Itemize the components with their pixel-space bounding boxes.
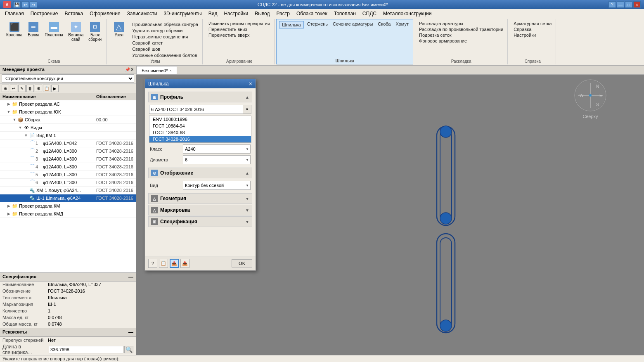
pm-tool-1[interactable]: ⊕	[2, 85, 9, 92]
toolbar-item-izmenit-rezhim[interactable]: Изменить режим перекрытия	[207, 21, 272, 26]
toolbar-item-fon-arm[interactable]: Фоновое армирование	[417, 38, 505, 44]
quick-save-btn[interactable]: 💾	[13, 1, 21, 8]
spec-collapse-btn[interactable]: —	[128, 274, 133, 280]
pm-pin-btn[interactable]: 📌	[125, 67, 130, 72]
pm-tool-7[interactable]: ▶	[51, 85, 59, 92]
tree-content[interactable]: ▶ 📁 Проект раздела АС ▼ 📁 Проект раздела…	[0, 100, 136, 272]
toolbar-item-raskladka-traj[interactable]: Раскладка по произвольной траектории	[417, 26, 505, 32]
drawing-canvas[interactable]: N E S W Сверху	[136, 75, 644, 355]
project-filter-select[interactable]: Строительные конструкции	[2, 74, 134, 83]
toolbar-item-proizv-obrezka[interactable]: Произвольная обрезка контура	[130, 21, 200, 27]
tree-row-5[interactable]: ⌒ 5 φ12A400, L=300 ГОСТ 34028-2016	[0, 171, 136, 179]
menu-zavisimosti[interactable]: Зависимости	[124, 10, 161, 17]
tab-close-bez-imeni[interactable]: ×	[170, 69, 172, 73]
toolbar-item-usl-oboz[interactable]: Условные обозначения болтов	[130, 52, 200, 58]
toolbar-item-nastrojki[interactable]: Настройки	[512, 32, 553, 38]
expand-yuk[interactable]: ▼	[6, 109, 12, 115]
quick-redo-btn[interactable]: ↪	[30, 1, 37, 8]
toolbar-btn-vstavka[interactable]: ✦ Вставка свай	[66, 21, 85, 43]
toolbar-item-svar-katet[interactable]: Сварной катет	[130, 40, 200, 46]
rek-input-dlina[interactable]	[49, 346, 123, 353]
expand-vid-km1[interactable]: ▼	[23, 132, 29, 138]
tab-bez-imeni[interactable]: Без имени0* ×	[136, 66, 177, 74]
menu-rastr[interactable]: Растр	[273, 10, 293, 17]
toolbar-item-spravka[interactable]: Справка	[512, 26, 553, 32]
tree-row-vid-km1[interactable]: ▼ 📄 Вид КМ 1	[0, 132, 136, 140]
dialog-header[interactable]: Шпилька ×	[145, 79, 256, 88]
toolbar-item-arm-setka[interactable]: Арматурная сетка	[512, 21, 553, 26]
menu-vstavka[interactable]: Вставка	[62, 10, 87, 17]
section-header-marking[interactable]: △ Маркировка ▼	[148, 205, 252, 215]
tree-row-1[interactable]: ⌒ 1 φ15A400, L=842 ГОСТ 34028-2016	[0, 140, 136, 147]
menu-oformlenie[interactable]: Оформление	[86, 10, 123, 17]
toolbar-item-khomut[interactable]: Хомут	[394, 21, 410, 28]
profile-dropdown-arrow[interactable]: ▼	[243, 105, 251, 114]
expand-as[interactable]: ▶	[6, 101, 12, 107]
tree-row-sh1[interactable]: 🔩 Ш-1 Шпилька, φ6A24 ГОСТ 34028-2016	[0, 194, 136, 202]
pm-tool-4[interactable]: 🗑	[26, 85, 34, 92]
minimize-btn[interactable]: —	[617, 1, 624, 8]
maximize-btn[interactable]: □	[625, 1, 632, 8]
rek-search-btn[interactable]: 🔍	[124, 346, 133, 353]
toolbar-item-sterzhen[interactable]: Стержень	[305, 21, 329, 28]
field-select-diametr[interactable]: 6 8 10 12	[183, 155, 251, 164]
toolbar-item-nerazyem[interactable]: Неразъемные соединения	[130, 34, 200, 40]
menu-oblaka[interactable]: Облака точек	[293, 10, 331, 17]
tree-row-yuk[interactable]: ▼ 📁 Проект раздела ЮК	[0, 108, 136, 116]
toolbar-btn-uzel[interactable]: △ Узел	[111, 21, 127, 38]
dropdown-item-gost-13840[interactable]: ГОСТ 13840-68	[149, 129, 251, 136]
toolbar-btn-balka[interactable]: ━ Балка	[25, 21, 42, 38]
menu-postroenie[interactable]: Построение	[27, 10, 62, 17]
tree-row-2[interactable]: ⌒ 2 φ12A400, L=300 ГОСТ 34028-2016	[0, 147, 136, 155]
menu-vid[interactable]: Вид	[205, 10, 221, 17]
tree-row-4[interactable]: ⌒ 4 φ12A400, L=300 ГОСТ 34028-2016	[0, 163, 136, 171]
expand-sborka[interactable]: ▼	[12, 117, 17, 123]
tree-row-sborka[interactable]: ▼ 📦 Сборка 00.00	[0, 116, 136, 124]
menu-nastrojki[interactable]: Настройки	[220, 10, 251, 17]
expand-km[interactable]: ▶	[6, 203, 12, 209]
section-header-geometry[interactable]: △ Геометрия ▼	[148, 193, 252, 204]
tree-row-vidy[interactable]: ▼ 👁 Виды	[0, 124, 136, 132]
rek-collapse-btn[interactable]: —	[128, 329, 133, 335]
tree-row-km[interactable]: ▶ 📁 Проект раздела КМ	[0, 202, 136, 210]
close-btn[interactable]: ×	[633, 1, 641, 8]
toolbar-btn-plastina[interactable]: ▬ Пластина	[43, 21, 65, 38]
dropdown-item-gost-34028[interactable]: ГОСТ 34028-2016	[149, 136, 251, 142]
menu-metall[interactable]: Металлоконструкции	[380, 10, 435, 17]
toolbar-item-peremestit-vverh[interactable]: Переместить вверх	[207, 32, 272, 38]
toolbar-item-raskladka-arm[interactable]: Раскладка арматуры	[417, 21, 505, 26]
menu-spds[interactable]: СПДС	[359, 10, 380, 17]
help-btn[interactable]: ?	[608, 1, 616, 8]
menu-3d[interactable]: 3D-инструменты	[160, 10, 205, 17]
tree-row-6[interactable]: ⌒ 6 φ12A400, L=300 ГОСТ 34028-2016	[0, 179, 136, 187]
dialog-close-btn[interactable]: ×	[249, 81, 252, 87]
expand-vidy[interactable]: ▼	[17, 125, 23, 130]
dlg-icon-help[interactable]: ?	[148, 259, 157, 268]
field-select-klass[interactable]: А240 А300 А400	[183, 144, 251, 154]
menu-vyvod[interactable]: Вывод	[251, 10, 273, 17]
expand-kmd[interactable]: ▶	[6, 211, 12, 217]
section-header-spec[interactable]: ⊞ Спецификация ▼	[148, 216, 252, 227]
profile-main-dropdown[interactable]: 6 А240 ГОСТ 34028-2016	[149, 105, 243, 114]
pm-tool-6[interactable]: 📋	[43, 85, 50, 92]
dialog-ok-button[interactable]: OK	[232, 259, 252, 267]
pm-tool-3[interactable]: ✎	[18, 85, 26, 92]
field-select-vid[interactable]: Контур без осевой Контур с осевой	[183, 181, 251, 190]
tree-row-3[interactable]: ⌒ 3 φ12A400, L=300 ГОСТ 34028-2016	[0, 155, 136, 163]
toolbar-item-svar-shov[interactable]: Сварной шов	[130, 46, 200, 52]
window-controls[interactable]: ? — □ ×	[608, 1, 641, 8]
dropdown-item-gost-10884[interactable]: ГОСТ 10884-94	[149, 123, 251, 129]
menu-glavnaya[interactable]: Главная	[2, 10, 27, 17]
dlg-icon-import[interactable]: 📥	[180, 259, 189, 268]
toolbar-btn-blok[interactable]: ⊡ Блок сборки	[86, 21, 104, 43]
toolbar-item-shpilka[interactable]: Шпилька	[279, 21, 304, 28]
pm-tool-5[interactable]: ⚙	[35, 85, 42, 92]
titlebar-quick-access[interactable]: 💾 ↩ ↪	[13, 1, 37, 8]
tree-row-kmd[interactable]: ▶ 📁 Проект раздела КМД	[0, 210, 136, 218]
toolbar-item-peremestit-vniz[interactable]: Переместить вниз	[207, 26, 272, 32]
section-header-profile[interactable]: ⊞ Профиль ▲	[148, 92, 252, 102]
toolbar-item-skoba[interactable]: Скоба	[376, 21, 392, 28]
toolbar-item-sechenie[interactable]: Сечение арматуры	[331, 21, 374, 28]
profile-dropdown-list[interactable]: ENV 10080:1996 ГОСТ 10884-94 ГОСТ 13840-…	[149, 116, 251, 143]
section-header-display[interactable]: ⊙ Отображение ▲	[148, 168, 252, 178]
